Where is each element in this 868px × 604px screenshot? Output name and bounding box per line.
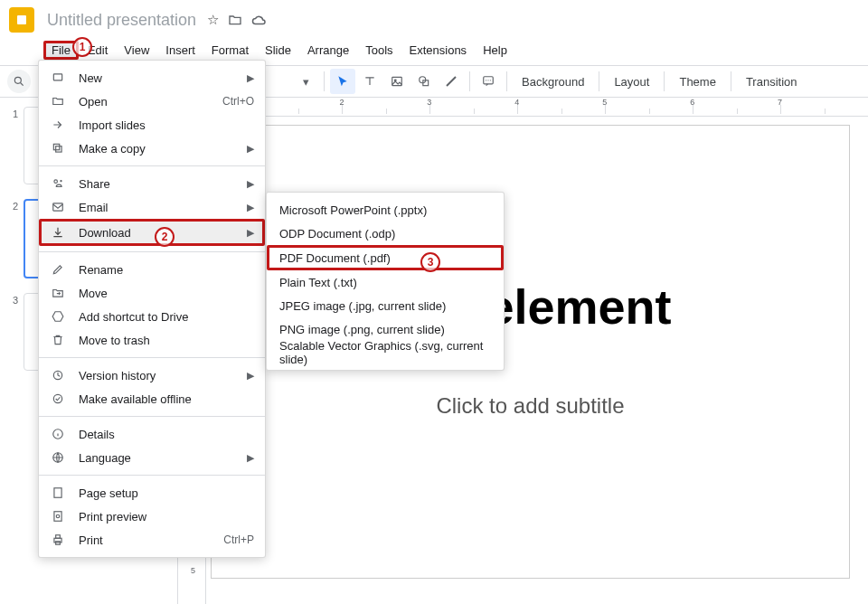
menu-language[interactable]: Language ▶ (39, 446, 265, 469)
chevron-right-icon: ▶ (247, 227, 254, 239)
line-tool-icon[interactable] (439, 69, 464, 94)
svg-rect-8 (56, 146, 61, 152)
download-jpeg[interactable]: JPEG image (.jpg, current slide) (267, 294, 504, 317)
svg-rect-0 (17, 15, 26, 24)
drive-shortcut-icon (50, 308, 66, 325)
menu-download[interactable]: Download ▶ (39, 219, 265, 246)
menu-open[interactable]: Open Ctrl+O (39, 90, 265, 113)
chevron-right-icon: ▶ (247, 178, 254, 190)
menu-version-history[interactable]: Version history ▶ (39, 363, 265, 387)
theme-button[interactable]: Theme (670, 69, 724, 94)
shape-tool-icon[interactable] (411, 69, 437, 94)
slide-number: 1 (5, 109, 18, 119)
svg-point-13 (53, 394, 61, 402)
menu-format[interactable]: Format (204, 42, 256, 59)
menu-rename[interactable]: Rename (39, 258, 265, 281)
download-pptx[interactable]: Microsoft PowerPoint (.pptx) (267, 198, 504, 222)
download-png[interactable]: PNG image (.png, current slide) (267, 317, 504, 341)
globe-icon (50, 449, 66, 466)
menu-arrange[interactable]: Arrange (300, 42, 356, 59)
menu-insert[interactable]: Insert (158, 42, 203, 59)
layout-button[interactable]: Layout (605, 69, 658, 94)
search-icon[interactable] (7, 70, 31, 93)
svg-rect-17 (54, 512, 61, 522)
menu-print-preview[interactable]: Print preview (39, 505, 265, 528)
download-pdf[interactable]: PDF Document (.pdf) (267, 245, 504, 270)
slide-number: 2 (5, 201, 18, 212)
share-icon (50, 175, 66, 192)
menu-make-copy[interactable]: Make a copy ▶ (39, 137, 265, 160)
transition-button[interactable]: Transition (737, 69, 807, 94)
print-icon (50, 532, 66, 548)
doc-title[interactable]: Untitled presentation (43, 9, 200, 32)
menu-details[interactable]: Details (39, 422, 265, 446)
chevron-right-icon: ▶ (247, 452, 254, 464)
new-icon (50, 70, 66, 86)
svg-rect-7 (53, 74, 61, 80)
slide-number: 3 (5, 295, 18, 306)
menu-extensions[interactable]: Extensions (402, 42, 475, 59)
menu-add-shortcut[interactable]: Add shortcut to Drive (39, 305, 265, 328)
menu-page-setup[interactable]: Page setup (39, 481, 265, 505)
download-svg[interactable]: Scalable Vector Graphics (.svg, current … (267, 341, 504, 364)
select-tool-icon[interactable] (330, 69, 355, 94)
download-submenu: Microsoft PowerPoint (.pptx) ODP Documen… (266, 192, 505, 371)
folder-open-icon (50, 93, 66, 109)
menu-help[interactable]: Help (476, 42, 514, 59)
import-icon (50, 117, 66, 133)
svg-rect-20 (56, 535, 61, 539)
download-txt[interactable]: Plain Text (.txt) (267, 270, 504, 294)
callout-1: 1 (72, 37, 92, 57)
menu-move-to-trash[interactable]: Move to trash (39, 328, 265, 352)
menu-make-available-offline[interactable]: Make available offline (39, 387, 265, 411)
download-odp[interactable]: ODP Document (.odp) (267, 222, 504, 245)
svg-point-18 (56, 514, 60, 518)
zoom-dropdown-icon[interactable]: ▾ (293, 69, 318, 94)
menu-print[interactable]: Print Ctrl+P (39, 528, 265, 552)
move-icon (50, 285, 66, 301)
chevron-right-icon: ▶ (247, 143, 254, 155)
chevron-right-icon: ▶ (247, 72, 254, 84)
email-icon (50, 199, 66, 215)
page-setup-icon (50, 485, 66, 501)
slide-subtitle-placeholder[interactable]: Click to add subtitle (436, 393, 624, 419)
svg-rect-16 (54, 488, 61, 498)
svg-point-1 (14, 77, 21, 83)
svg-point-10 (54, 180, 58, 184)
star-icon[interactable]: ☆ (207, 12, 219, 28)
callout-2: 2 (155, 227, 175, 247)
callout-3: 3 (420, 252, 440, 272)
print-preview-icon (50, 508, 66, 524)
copy-icon (50, 140, 66, 156)
svg-rect-9 (53, 144, 59, 149)
download-icon (50, 224, 66, 241)
chevron-right-icon: ▶ (247, 370, 254, 382)
background-button[interactable]: Background (513, 69, 593, 94)
offline-icon (50, 391, 66, 407)
menu-slide[interactable]: Slide (258, 42, 298, 59)
horizontal-ruler: 1 2 3 4 5 6 7 (211, 98, 868, 117)
menu-import-slides[interactable]: Import slides (39, 113, 265, 137)
cloud-status-icon[interactable] (251, 14, 268, 26)
textbox-tool-icon[interactable] (357, 69, 382, 94)
chevron-right-icon: ▶ (247, 202, 254, 213)
rename-icon (50, 261, 66, 278)
trash-icon (50, 332, 66, 348)
menu-email[interactable]: Email ▶ (39, 195, 265, 219)
google-slides-logo[interactable] (9, 7, 34, 33)
history-icon (50, 367, 66, 383)
image-tool-icon[interactable] (384, 69, 410, 94)
info-icon (50, 426, 66, 442)
menu-share[interactable]: Share ▶ (39, 172, 265, 195)
menu-new[interactable]: New ▶ (39, 66, 265, 90)
menu-move[interactable]: Move (39, 281, 265, 305)
file-menu-dropdown: New ▶ Open Ctrl+O Import slides Make a c… (38, 60, 266, 558)
menu-view[interactable]: View (117, 42, 156, 59)
move-to-folder-icon[interactable] (228, 13, 242, 27)
menu-tools[interactable]: Tools (358, 42, 400, 59)
comment-icon[interactable] (476, 69, 501, 94)
svg-rect-2 (392, 77, 402, 85)
svg-rect-11 (53, 203, 63, 211)
